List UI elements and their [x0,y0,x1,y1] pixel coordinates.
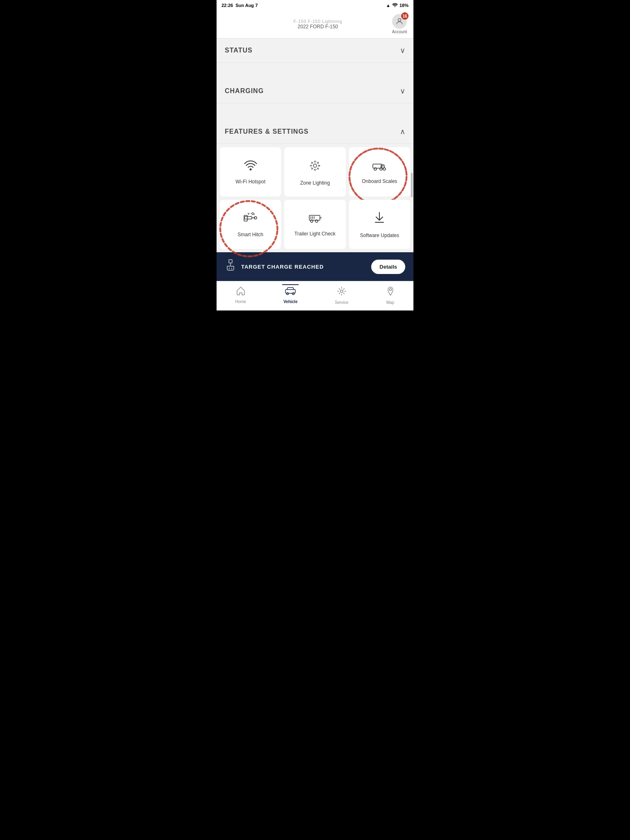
account-badge: 16 [401,12,409,20]
charge-banner: TARGET CHARGE REACHED Details [217,252,413,281]
svg-point-37 [287,293,289,295]
status-title: STATUS [225,47,253,54]
home-icon [236,286,246,298]
charge-text: TARGET CHARGE REACHED [241,264,324,270]
service-icon [337,286,347,299]
status-time: 22:26 Sun Aug 7 [221,3,258,8]
zone-lighting-card[interactable]: Zone Lighting [284,147,345,196]
nav-service-label: Service [335,300,348,305]
status-bar: 22:26 Sun Aug 7 ▲ 18% [217,0,413,11]
features-title: FEATURES & SETTINGS [225,128,309,135]
details-button[interactable]: Details [371,260,405,274]
wifi-icon [244,160,257,174]
svg-point-17 [346,144,410,208]
main-content: STATUS ∨ CHARGING ∨ FEATURES & SETTINGS … [217,39,413,281]
svg-point-38 [292,293,294,295]
nav-map[interactable]: Map [379,285,402,306]
svg-rect-18 [244,217,252,219]
zone-lighting-icon [308,159,322,175]
smart-hitch-icon [244,212,258,227]
onboard-scales-icon [372,160,387,173]
features-section: FEATURES & SETTINGS ∧ [217,120,413,252]
trailer-light-card[interactable]: Trailer Light Check [284,200,345,249]
software-updates-label: Software Updates [360,233,399,239]
header: F-150 F-150 Lightning 2022 FORD F-150 16… [217,11,413,39]
svg-point-22 [218,199,280,258]
header-center: F-150 F-150 Lightning 2022 FORD F-150 [244,19,392,30]
vehicle-name: 2022 FORD F-150 [244,24,392,30]
zone-lighting-label: Zone Lighting [300,180,330,187]
charge-banner-left: TARGET CHARGE REACHED [225,259,324,274]
charging-spacer [217,103,413,120]
signal-icon: ▲ [386,3,390,8]
status-spacer [217,63,413,79]
phone-frame: 22:26 Sun Aug 7 ▲ 18% F-150 F-150 Lightn… [217,0,413,310]
svg-point-39 [340,290,343,292]
software-updates-icon [374,212,385,228]
nav-vehicle[interactable]: Vehicle [277,285,304,306]
scrollbar[interactable] [411,173,413,197]
onboard-scales-label: Onboard Scales [362,178,397,185]
vehicle-icon [285,286,296,298]
charging-title: CHARGING [225,87,264,95]
nav-map-label: Map [386,300,394,305]
battery-icon: 18% [399,3,409,8]
status-icons: ▲ 18% [386,2,409,8]
status-section-header[interactable]: STATUS ∨ [217,39,413,63]
bottom-nav: Home Vehicle Service [217,281,413,310]
map-icon [386,286,395,299]
trailer-light-icon [308,213,322,226]
svg-point-1 [249,168,251,170]
nav-home-label: Home [235,299,246,304]
features-grid: Wi-Fi Hotspot [217,144,413,252]
nav-vehicle-label: Vehicle [283,299,297,304]
smart-hitch-label: Smart Hitch [237,232,263,238]
nav-service[interactable]: Service [328,285,355,306]
account-button[interactable]: 16 Account [392,14,407,34]
svg-rect-32 [229,260,232,263]
charging-section-header[interactable]: CHARGING ∨ [217,79,413,103]
onboard-scales-card[interactable]: Onboard Scales [349,147,410,196]
wifi-icon [392,2,398,8]
software-updates-card[interactable]: Software Updates [349,200,410,249]
charge-plug-icon [225,259,236,274]
smart-hitch-card[interactable]: Smart Hitch [220,200,281,249]
nav-home[interactable]: Home [228,285,253,306]
svg-point-0 [398,18,401,21]
svg-point-2 [313,164,317,167]
account-label: Account [392,30,407,34]
svg-point-40 [389,289,391,291]
charging-chevron: ∨ [400,87,405,96]
features-chevron: ∧ [400,127,405,136]
trailer-light-label: Trailer Light Check [294,231,336,237]
wifi-hotspot-card[interactable]: Wi-Fi Hotspot [220,147,281,196]
features-section-header[interactable]: FEATURES & SETTINGS ∧ [217,120,413,144]
status-chevron: ∨ [400,46,405,55]
wifi-hotspot-label: Wi-Fi Hotspot [235,179,265,185]
vehicle-subtitle: F-150 F-150 Lightning [244,19,392,24]
